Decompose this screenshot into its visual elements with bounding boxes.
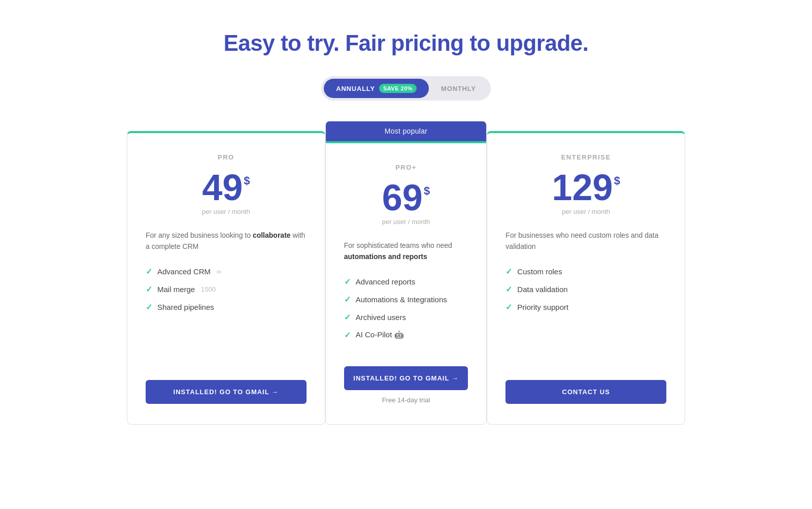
price-period: per user / month [146, 208, 307, 215]
feature-subtext: 1500 [201, 285, 216, 293]
feature-item: ✓ Data validation [505, 284, 666, 294]
billing-toggle: ANNUALLY SAVE 20% MONTHLY [321, 76, 491, 101]
feature-item: ✓ Advanced reports [344, 277, 468, 287]
plan-card-featured: Most popular PRO+ 69 $ per user / month … [325, 121, 487, 425]
feature-item: ✓ Advanced CRM ∞ [146, 267, 307, 276]
monthly-label: MONTHLY [441, 85, 476, 92]
plan-description: For any sized business looking to collab… [146, 230, 307, 252]
plan-description: For sophisticated teams who need automat… [344, 240, 468, 263]
check-icon: ✓ [344, 330, 351, 340]
save-badge: SAVE 20% [379, 84, 417, 93]
features-list: ✓ Advanced CRM ∞ ✓ Mail merge 1500 ✓ Sha… [146, 267, 307, 362]
check-icon: ✓ [344, 277, 351, 287]
features-list: ✓ Custom roles ✓ Data validation ✓ Prior… [505, 267, 666, 362]
price-number: 129 [552, 169, 613, 206]
plan-card-enterprise: ENTERPRISE 129 $ per user / month For bu… [487, 131, 685, 425]
page-title: Easy to try. Fair pricing to upgrade. [223, 30, 588, 56]
plan-name: ENTERPRISE [505, 153, 666, 161]
feature-item: ✓ Custom roles [505, 267, 666, 276]
price-currency: $ [244, 174, 250, 187]
check-icon: ✓ [505, 284, 512, 294]
feature-text: Advanced CRM [157, 267, 211, 276]
plan-name: PRO [146, 153, 307, 161]
annually-label: ANNUALLY [336, 85, 375, 92]
feature-text: Shared pipelines [157, 303, 214, 311]
feature-item: ✓ Automations & Integrations [344, 295, 468, 304]
most-popular-badge: Most popular [325, 121, 487, 141]
feature-item: ✓ Shared pipelines [146, 302, 307, 312]
check-icon: ✓ [146, 284, 152, 294]
feature-text: Automations & Integrations [356, 295, 447, 304]
price-currency: $ [614, 174, 620, 187]
plans-container: PRO 49 $ per user / month For any sized … [127, 131, 685, 425]
feature-item: ✓ AI Co-Pilot 🤖 [344, 330, 468, 340]
feature-text: Priority support [517, 303, 568, 311]
feature-text: Mail merge [157, 285, 195, 294]
feature-text: Advanced reports [356, 277, 416, 286]
feature-text: Custom roles [517, 267, 562, 276]
check-icon: ✓ [505, 302, 512, 312]
price-currency: $ [424, 184, 430, 198]
plan-name: PRO+ [344, 164, 468, 171]
price-number: 69 [382, 179, 423, 216]
cta-button[interactable]: INSTALLED! GO TO GMAIL → [344, 366, 468, 390]
price-row: 49 $ [146, 169, 307, 206]
monthly-toggle[interactable]: MONTHLY [429, 80, 488, 98]
check-icon: ✓ [505, 267, 512, 276]
feature-item: ✓ Archived users [344, 312, 468, 322]
feature-item: ✓ Mail merge 1500 [146, 284, 307, 294]
feature-text: Archived users [356, 313, 406, 322]
plan-card-pro: PRO 49 $ per user / month For any sized … [127, 131, 325, 425]
check-icon: ✓ [146, 302, 152, 312]
cta-button[interactable]: CONTACT US [505, 380, 666, 404]
feature-item: ✓ Priority support [505, 302, 666, 312]
feature-text: AI Co-Pilot 🤖 [356, 330, 404, 339]
price-row: 129 $ [505, 169, 666, 206]
annually-toggle[interactable]: ANNUALLY SAVE 20% [324, 79, 429, 98]
price-number: 49 [202, 169, 243, 206]
check-icon: ✓ [344, 295, 351, 304]
check-icon: ✓ [344, 312, 351, 322]
feature-text: Data validation [517, 285, 567, 294]
feature-subtext: ∞ [217, 268, 221, 275]
price-row: 69 $ [344, 179, 468, 216]
price-period: per user / month [505, 208, 666, 215]
cta-button[interactable]: INSTALLED! GO TO GMAIL → [146, 380, 307, 404]
plan-description: For businesses who need custom roles and… [505, 230, 666, 252]
free-trial-text: Free 14-day trial [344, 396, 468, 404]
price-period: per user / month [344, 218, 468, 226]
check-icon: ✓ [146, 267, 152, 276]
features-list: ✓ Advanced reports ✓ Automations & Integ… [344, 277, 468, 348]
